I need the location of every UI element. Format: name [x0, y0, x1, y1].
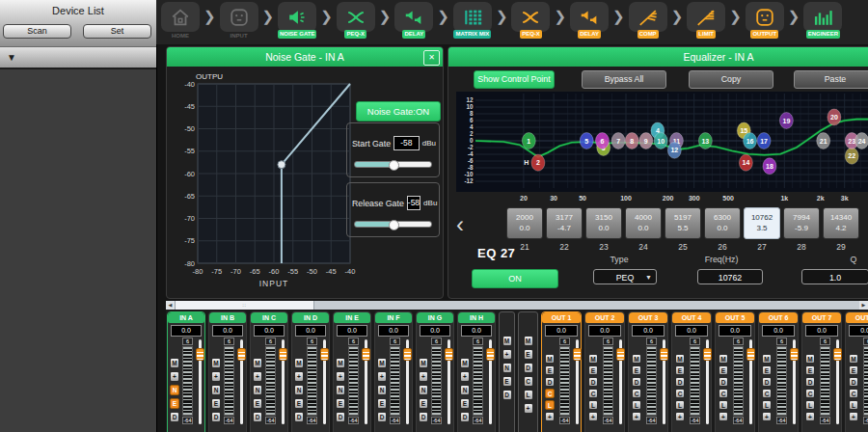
utility-btn-e[interactable]: E: [502, 376, 512, 387]
utility-btn-l[interactable]: L: [524, 390, 533, 400]
channel-btn-d[interactable]: D: [336, 412, 345, 422]
channel-btn-m[interactable]: M: [211, 358, 221, 368]
channel-btn-l[interactable]: L: [849, 400, 858, 410]
channel-btn-plus[interactable]: +: [170, 371, 179, 382]
channel-label[interactable]: IN C: [251, 312, 287, 323]
channel-btn-e[interactable]: E: [632, 365, 641, 375]
eq-point-19[interactable]: 19: [779, 113, 793, 129]
eq-point-24[interactable]: 24: [855, 133, 868, 149]
channel-btn-d[interactable]: D: [588, 377, 598, 387]
fader-handle[interactable]: [196, 348, 204, 361]
channel-fader[interactable]: [445, 339, 453, 428]
fader-handle[interactable]: [703, 348, 712, 361]
channel-btn-m[interactable]: M: [253, 358, 262, 368]
utility-btn-plus[interactable]: +: [524, 403, 533, 414]
start-gate-value[interactable]: -58: [393, 136, 420, 150]
channel-btn-e[interactable]: E: [336, 398, 345, 409]
channel-btn-e[interactable]: E: [805, 365, 815, 375]
channel-btn-m[interactable]: M: [762, 354, 772, 364]
channel-label[interactable]: OUT 7: [802, 312, 841, 323]
channel-btn-m[interactable]: M: [336, 358, 345, 368]
channel-btn-plus[interactable]: +: [805, 412, 815, 421]
toolbar-item-peq-x[interactable]: PEQ-X: [510, 2, 551, 39]
channel-btn-c[interactable]: C: [849, 389, 858, 398]
channel-btn-e[interactable]: E: [719, 365, 728, 375]
channel-btn-e[interactable]: E: [849, 365, 858, 375]
channel-btn-e[interactable]: E: [294, 398, 304, 409]
gate-threshold-point[interactable]: [278, 161, 285, 169]
channel-fader[interactable]: [237, 339, 246, 428]
toolbar-item-engineer[interactable]: ENGINEER: [802, 2, 843, 39]
channel-fader[interactable]: [320, 339, 329, 428]
channel-btn-m[interactable]: M: [805, 354, 815, 364]
channel-fader[interactable]: [746, 339, 755, 428]
scroll-left-icon[interactable]: ◀: [166, 301, 175, 310]
channel-btn-m[interactable]: M: [849, 354, 858, 364]
fader-handle[interactable]: [362, 348, 370, 361]
channel-label[interactable]: IN D: [292, 312, 329, 323]
eq-point-9[interactable]: 9: [639, 133, 653, 149]
eq-point-14[interactable]: 14: [739, 154, 752, 171]
eq-band-cell[interactable]: 51975.5: [665, 207, 701, 239]
bands-prev-icon[interactable]: ‹: [456, 211, 464, 238]
channel-btn-plus[interactable]: +: [419, 371, 428, 382]
utility-btn-m[interactable]: M: [502, 336, 512, 346]
channel-btn-n[interactable]: N: [336, 385, 345, 395]
channel-label[interactable]: OUT 3: [629, 312, 667, 323]
fader-handle[interactable]: [616, 348, 625, 361]
fader-handle[interactable]: [833, 348, 842, 361]
eq-band-cell[interactable]: 3177-4.7: [546, 207, 583, 239]
channel-btn-d[interactable]: D: [632, 377, 641, 387]
fader-handle[interactable]: [790, 348, 799, 361]
channel-btn-m[interactable]: M: [377, 358, 387, 368]
toolbar-item-limit[interactable]: LIMIT: [686, 2, 726, 39]
channel-btn-e[interactable]: E: [253, 398, 262, 409]
channel-btn-plus[interactable]: +: [588, 412, 598, 421]
channel-btn-n[interactable]: N: [170, 385, 179, 395]
channel-btn-m[interactable]: M: [419, 358, 428, 368]
eq-point-16[interactable]: 16: [744, 133, 757, 149]
channel-btn-d[interactable]: D: [805, 377, 815, 387]
channel-btn-m[interactable]: M: [170, 358, 179, 368]
fader-handle[interactable]: [746, 348, 755, 361]
eq-band-cell[interactable]: 63000.0: [704, 207, 741, 239]
utility-btn-c[interactable]: C: [524, 376, 533, 387]
channel-btn-m[interactable]: M: [460, 358, 470, 368]
channel-label[interactable]: IN B: [209, 312, 246, 323]
channel-btn-l[interactable]: L: [588, 400, 598, 410]
toolbar-item-delay[interactable]: DELAY: [569, 2, 610, 39]
eq-point-10[interactable]: 10: [654, 133, 667, 149]
device-dropdown[interactable]: ▼: [0, 46, 156, 69]
type-dropdown[interactable]: PEQ ▼: [593, 269, 657, 284]
toolbar-item-home[interactable]: HOME: [160, 2, 201, 39]
channel-fader[interactable]: [833, 339, 842, 428]
channel-btn-e[interactable]: E: [460, 398, 470, 409]
utility-btn-d[interactable]: D: [524, 363, 533, 373]
channel-btn-e[interactable]: E: [377, 398, 387, 409]
channel-btn-plus[interactable]: +: [377, 371, 387, 382]
toolbar-item-noise-gate[interactable]: NOISE GATE: [277, 2, 317, 39]
channel-fader[interactable]: [573, 339, 582, 428]
channel-fader[interactable]: [486, 339, 495, 428]
channel-btn-d[interactable]: D: [211, 412, 221, 422]
channel-btn-c[interactable]: C: [632, 389, 641, 398]
channel-btn-n[interactable]: N: [211, 385, 221, 395]
channel-btn-m[interactable]: M: [675, 354, 685, 364]
fader-handle[interactable]: [486, 348, 495, 361]
utility-btn-d[interactable]: D: [502, 390, 512, 400]
eq-point-17[interactable]: 17: [757, 133, 771, 149]
channel-btn-n[interactable]: N: [419, 385, 428, 395]
noise-gate-on-button[interactable]: Noise Gate:ON: [356, 101, 441, 122]
eq-band-cell[interactable]: 107623.5: [744, 207, 780, 239]
channel-btn-plus[interactable]: +: [545, 412, 555, 421]
channel-btn-d[interactable]: D: [419, 412, 428, 422]
paste-button[interactable]: Paste: [794, 70, 868, 89]
channel-btn-m[interactable]: M: [588, 354, 598, 364]
mixer-scrollbar[interactable]: ◀ ∷ ▶: [166, 301, 868, 310]
channel-label[interactable]: IN E: [334, 312, 370, 323]
release-gate-slider-handle[interactable]: [389, 220, 399, 230]
channel-btn-l[interactable]: L: [675, 400, 685, 410]
channel-btn-plus[interactable]: +: [762, 412, 772, 421]
channel-label[interactable]: IN H: [458, 312, 495, 323]
eq-band-cell[interactable]: 40000.0: [625, 207, 662, 239]
